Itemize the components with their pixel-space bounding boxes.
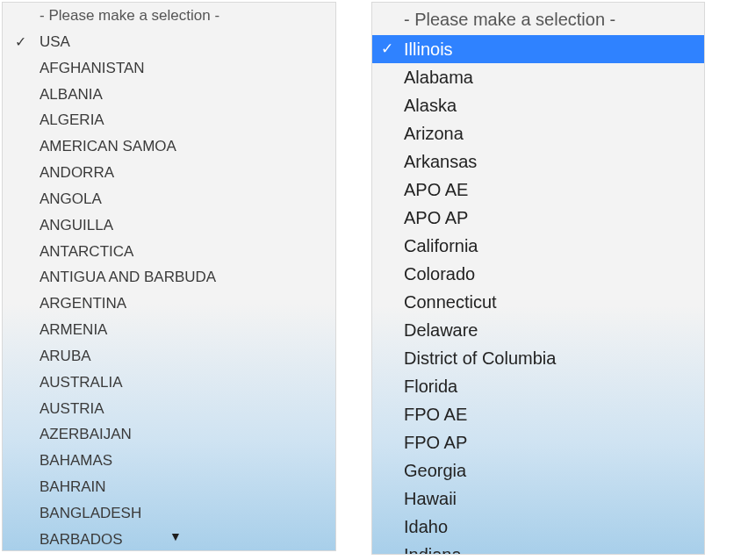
menu-option[interactable]: ✓California <box>372 232 704 260</box>
menu-option-label: Arizona <box>404 124 464 143</box>
menu-option-label: APO AE <box>404 180 468 199</box>
menu-option-label: AMERICAN SAMOA <box>40 138 176 154</box>
menu-option-label: ANTIGUA AND BARBUDA <box>40 269 216 285</box>
menu-placeholder: - Please make a selection - <box>372 3 704 35</box>
menu-option[interactable]: ✓Connecticut <box>372 288 704 316</box>
menu-option-label: Indiana <box>404 545 462 555</box>
menu-option-label: AUSTRALIA <box>40 374 122 391</box>
menu-option-label: ANTARCTICA <box>40 243 133 260</box>
menu-option-label: Hawaii <box>404 489 457 508</box>
menu-option[interactable]: ✓USA <box>3 29 335 55</box>
menu-option[interactable]: ✓Florida <box>372 372 704 400</box>
menu-option[interactable]: ✓Colorado <box>372 260 704 288</box>
menu-option[interactable]: ✓Arizona <box>372 119 704 147</box>
menu-option-label: AZERBAIJAN <box>40 426 132 442</box>
menu-option[interactable]: ✓BAHAMAS <box>3 448 335 474</box>
menu-option-label: APO AP <box>404 208 468 227</box>
menu-option[interactable]: ✓AMERICAN SAMOA <box>3 133 335 160</box>
menu-option[interactable]: ✓AFGHANISTAN <box>3 55 335 82</box>
menu-option-label: FPO AE <box>404 405 467 424</box>
menu-option[interactable]: ✓Idaho <box>372 513 704 541</box>
menu-option-label: Florida <box>404 377 457 396</box>
menu-option-label: AFGHANISTAN <box>40 60 145 76</box>
menu-option[interactable]: ✓Arkansas <box>372 147 704 176</box>
menu-option[interactable]: ✓Alabama <box>372 63 704 91</box>
menu-option[interactable]: ✓FPO AE <box>372 400 704 428</box>
menu-option[interactable]: ✓ANGUILLA <box>3 212 335 239</box>
menu-option-label: Illinois <box>404 39 453 59</box>
menu-option[interactable]: ✓Alaska <box>372 91 704 119</box>
menu-option[interactable]: ✓APO AP <box>372 204 704 232</box>
menu-option-label: Colorado <box>404 264 475 284</box>
menu-option[interactable]: ✓ANGOLA <box>3 186 335 212</box>
menu-option-label: Idaho <box>404 517 448 536</box>
menu-option[interactable]: ✓AUSTRALIA <box>3 370 335 396</box>
menu-option-label: BARBADOS <box>40 531 122 548</box>
menu-option[interactable]: ✓District of Columbia <box>372 344 704 372</box>
menu-option-label: BAHAMAS <box>40 452 112 469</box>
menu-option-label: District of Columbia <box>404 348 556 368</box>
menu-option-label: FPO AP <box>404 433 467 452</box>
menu-option-label: ALBANIA <box>40 86 103 103</box>
menu-option[interactable]: ✓AZERBAIJAN <box>3 421 335 448</box>
menu-option-label: ARUBA <box>40 348 91 364</box>
checkmark-icon: ✓ <box>15 32 26 53</box>
menu-option[interactable]: ✓ANTIGUA AND BARBUDA <box>3 264 335 291</box>
country-select-menu[interactable]: - Please make a selection - ✓USA✓AFGHANI… <box>2 2 336 551</box>
menu-option-label: ARMENIA <box>40 321 107 338</box>
menu-option[interactable]: ✓FPO AP <box>372 428 704 456</box>
menu-option[interactable]: ✓Indiana <box>372 541 704 555</box>
menu-option-label: Delaware <box>404 320 478 340</box>
menu-option-label: Alaska <box>404 96 457 115</box>
menu-option[interactable]: ✓APO AE <box>372 176 704 204</box>
menu-option-label: BANGLADESH <box>40 505 141 521</box>
menu-option-label: ANDORRA <box>40 164 114 181</box>
menu-option[interactable]: ✓ALBANIA <box>3 82 335 108</box>
menu-option[interactable]: ✓ANDORRA <box>3 160 335 186</box>
menu-option[interactable]: ✓BANGLADESH <box>3 500 335 527</box>
menu-option[interactable]: ✓Hawaii <box>372 485 704 513</box>
menu-option-label: Alabama <box>404 68 473 87</box>
menu-option[interactable]: ✓ARGENTINA <box>3 291 335 317</box>
state-option-list: ✓Illinois✓Alabama✓Alaska✓Arizona✓Arkansa… <box>372 35 704 555</box>
menu-option[interactable]: ✓AUSTRIA <box>3 396 335 422</box>
state-select-menu[interactable]: - Please make a selection - ✓Illinois✓Al… <box>371 2 705 555</box>
menu-option-label: California <box>404 236 478 255</box>
menu-option-label: Georgia <box>404 461 466 480</box>
menu-option-label: USA <box>40 33 70 50</box>
menu-option[interactable]: ✓ARMENIA <box>3 317 335 343</box>
country-option-list: ✓USA✓AFGHANISTAN✓ALBANIA✓ALGERIA✓AMERICA… <box>3 29 335 551</box>
menu-option[interactable]: ✓ALGERIA <box>3 107 335 133</box>
menu-option-label: AUSTRIA <box>40 400 104 417</box>
menu-option[interactable]: ✓Georgia <box>372 456 704 485</box>
menu-option-label: Arkansas <box>404 152 477 171</box>
menu-option[interactable]: ✓BAHRAIN <box>3 474 335 500</box>
menu-option[interactable]: ✓Delaware <box>372 316 704 344</box>
menu-option-label: ARGENTINA <box>40 295 126 312</box>
menu-option-label: BAHRAIN <box>40 478 106 495</box>
menu-option-label: ANGOLA <box>40 190 102 207</box>
checkmark-icon: ✓ <box>381 37 393 61</box>
menu-option-label: ANGUILLA <box>40 217 113 233</box>
menu-placeholder: - Please make a selection - <box>3 3 335 29</box>
menu-option[interactable]: ✓ARUBA <box>3 343 335 370</box>
menu-option-label: ALGERIA <box>40 111 104 128</box>
menu-option[interactable]: ✓ANTARCTICA <box>3 239 335 265</box>
more-below-indicator-icon[interactable]: ▼ <box>169 529 182 543</box>
menu-option-label: Connecticut <box>404 292 497 312</box>
menu-option[interactable]: ✓Illinois <box>372 35 704 63</box>
